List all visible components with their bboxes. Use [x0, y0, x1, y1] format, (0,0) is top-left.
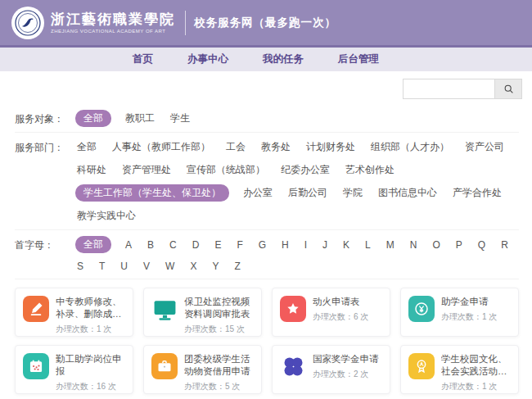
card-title: 中专教师修改、补录、删除成绩申请: [56, 296, 126, 320]
filter-option[interactable]: N: [408, 238, 419, 252]
filter-option[interactable]: M: [385, 238, 396, 252]
service-card[interactable]: 中专教师修改、补录、删除成绩申请办理次数：1次: [15, 288, 133, 337]
card-body: 学生校园文化、社会实践活动审批备案办理次数：1次: [441, 353, 512, 388]
filter-option[interactable]: 教学实践中心: [75, 207, 138, 224]
filter-option[interactable]: U: [119, 259, 129, 274]
service-card[interactable]: 助学金申请办理次数：1次: [400, 288, 519, 337]
filter-option[interactable]: C: [168, 238, 178, 252]
filter-option[interactable]: R: [499, 238, 510, 252]
filter-option[interactable]: 全部: [75, 138, 98, 156]
filter-option[interactable]: K: [341, 238, 351, 252]
filter-option[interactable]: T: [97, 259, 106, 274]
service-card[interactable]: 团委校级学生活动物资借用申请办理次数：5次: [143, 345, 262, 394]
filter-service-department: 服务部门：全部人事处（教师工作部）工会教务处计划财务处组织部（人才办）资产公司科…: [15, 133, 519, 230]
count-value: 1: [97, 324, 101, 333]
filter-option[interactable]: 全部: [75, 110, 111, 127]
service-card[interactable]: 勤工助学岗位申报办理次数：16次: [15, 345, 133, 394]
search-button[interactable]: [494, 79, 522, 99]
count-value: 1: [482, 382, 487, 391]
filter-option[interactable]: X: [188, 259, 198, 274]
card-body: 勤工助学岗位申报办理次数：16次: [56, 353, 126, 388]
filter-option[interactable]: D: [191, 238, 201, 252]
filter-option[interactable]: W: [164, 259, 176, 274]
filter-option[interactable]: F: [235, 238, 244, 252]
filter-option[interactable]: 工会: [224, 138, 247, 156]
count-unit: 次: [489, 382, 498, 391]
card-count: 办理次数：6次: [313, 311, 369, 323]
search-input[interactable]: [403, 79, 494, 99]
filter-option[interactable]: 资产公司: [463, 138, 506, 156]
filter-option[interactable]: 全部: [75, 236, 111, 253]
count-unit: 次: [232, 382, 241, 391]
nav-item-my-tasks[interactable]: 我的任务: [263, 52, 304, 66]
coin-icon: [408, 296, 435, 322]
filter-option[interactable]: 学院: [341, 184, 364, 202]
pen-icon: [23, 296, 49, 322]
main-navbar: 首页办事中心我的任务后台管理: [0, 48, 532, 71]
filter-option[interactable]: A: [124, 238, 133, 252]
filter-option[interactable]: 艺术创作处: [344, 161, 396, 179]
filter-option[interactable]: V: [142, 259, 151, 274]
header-divider: [185, 11, 186, 35]
filter-option[interactable]: 产学合作处: [451, 184, 503, 202]
filter-option[interactable]: Z: [232, 259, 241, 274]
filter-option[interactable]: Y: [210, 259, 220, 274]
filter-option[interactable]: G: [257, 238, 268, 252]
school-name-block: 浙江藝術職業學院 ZHEJIANG VOCATIONAL ACADEMY OF …: [51, 11, 175, 34]
filter-option[interactable]: 资产管理处: [120, 161, 173, 179]
filter-option[interactable]: J: [321, 238, 329, 252]
service-card[interactable]: 国家奖学金申请办理次数：2次: [272, 345, 390, 394]
count-value: 6: [354, 312, 358, 321]
filter-option[interactable]: H: [280, 238, 291, 252]
count-value: 2: [354, 370, 358, 379]
filter-option[interactable]: E: [213, 238, 223, 252]
filter-option[interactable]: 人事处（教师工作部）: [110, 138, 212, 156]
filter-first-letter-options: 全部ABCDEFGHIJKLMNOPQRSTUVWXYZ: [75, 236, 519, 274]
briefcase-icon: [151, 353, 178, 379]
card-count: 办理次数：16次: [56, 381, 126, 392]
nav-item-service-center[interactable]: 办事中心: [187, 52, 228, 66]
search-row: [0, 71, 532, 102]
card-title: 学生校园文化、社会实践活动审批备案: [441, 353, 512, 378]
school-name-english: ZHEJIANG VOCATIONAL ACADEMY OF ART: [51, 29, 175, 34]
filter-option[interactable]: 图书信息中心: [376, 184, 439, 202]
filter-option[interactable]: S: [75, 259, 85, 274]
app-header: 浙江藝術職業學院 ZHEJIANG VOCATIONAL ACADEMY OF …: [0, 0, 532, 48]
filter-option[interactable]: 后勤公司: [286, 184, 329, 202]
filter-option[interactable]: I: [303, 238, 309, 252]
filter-option[interactable]: 教职工: [124, 110, 156, 127]
filter-service-department-options: 全部人事处（教师工作部）工会教务处计划财务处组织部（人才办）资产公司科研处资产管…: [75, 138, 519, 224]
filters-panel: 服务对象：全部教职工学生服务部门：全部人事处（教师工作部）工会教务处计划财务处组…: [15, 104, 519, 279]
filter-first-letter: 首字母：全部ABCDEFGHIJKLMNOPQRSTUVWXYZ: [15, 230, 519, 279]
filter-option[interactable]: P: [454, 238, 464, 252]
filter-option[interactable]: B: [146, 238, 156, 252]
filter-option[interactable]: 学生: [169, 110, 192, 127]
filter-option[interactable]: 教务处: [259, 138, 292, 156]
filter-option[interactable]: Q: [476, 238, 487, 252]
count-unit: 次: [361, 312, 369, 321]
badge-icon: [408, 353, 435, 379]
card-title: 国家奖学金申请: [313, 353, 379, 365]
card-count: 办理次数：5次: [184, 381, 255, 392]
count-unit: 次: [361, 370, 369, 379]
card-count: 办理次数：15次: [184, 324, 255, 335]
nav-item-home[interactable]: 首页: [133, 52, 153, 66]
count-label: 办理次数：: [313, 312, 354, 321]
filter-option[interactable]: 纪委办公室: [279, 161, 331, 179]
monitor-icon: [151, 296, 178, 322]
filter-option[interactable]: 学生工作部（学生处、保卫处）: [75, 184, 229, 202]
card-body: 国家奖学金申请办理次数：2次: [313, 353, 379, 388]
service-card[interactable]: 动火申请表办理次数：6次: [272, 288, 390, 337]
card-body: 保卫处监控视频资料调阅审批表办理次数：15次: [184, 296, 255, 331]
filter-option[interactable]: 计划财务处: [304, 138, 357, 156]
filter-option[interactable]: 宣传部（统战部）: [185, 161, 267, 179]
filter-option[interactable]: 科研处: [75, 161, 108, 179]
service-card[interactable]: 学生校园文化、社会实践活动审批备案办理次数：1次: [400, 345, 519, 394]
filter-option[interactable]: 办公室: [241, 184, 274, 202]
nav-item-backend-admin[interactable]: 后台管理: [338, 52, 379, 66]
filter-option[interactable]: L: [363, 238, 372, 252]
filter-option[interactable]: 组织部（人才办）: [369, 138, 451, 156]
filter-option[interactable]: O: [431, 238, 441, 252]
card-title: 团委校级学生活动物资借用申请: [184, 353, 255, 378]
service-card[interactable]: 保卫处监控视频资料调阅审批表办理次数：15次: [143, 288, 262, 337]
